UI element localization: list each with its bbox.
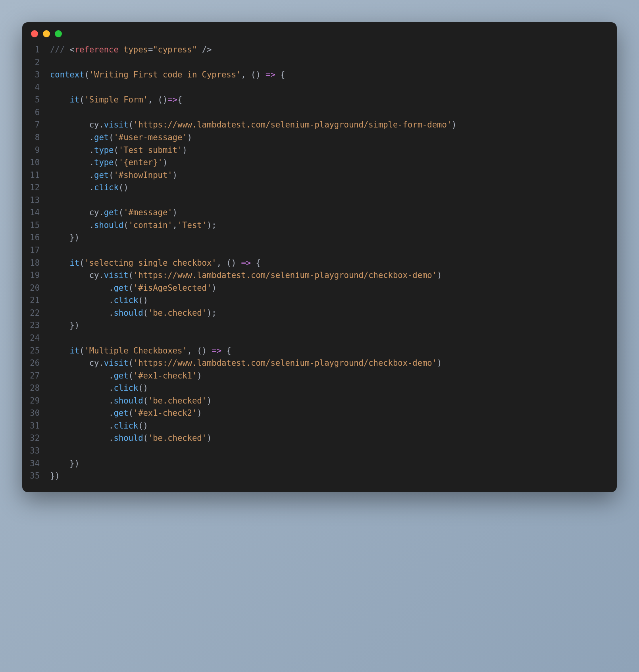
line-number: 30 [22,407,50,420]
code-line[interactable]: 11 .get('#showInput') [22,169,617,182]
code-content[interactable] [50,244,617,257]
line-number: 14 [22,207,50,219]
code-content[interactable]: .click() [50,182,617,194]
code-content[interactable]: .should('be.checked') [50,395,617,407]
code-line[interactable]: 9 .type('Test submit') [22,144,617,157]
code-line[interactable]: 27 .get('#ex1-check1') [22,370,617,382]
code-content[interactable]: .click() [50,420,617,433]
line-number: 20 [22,282,50,295]
code-editor[interactable]: 1/// <reference types="cypress" />2 3con… [22,41,617,492]
code-content[interactable]: .should('be.checked'); [50,307,617,320]
code-line[interactable]: 1/// <reference types="cypress" /> [22,44,617,56]
code-content[interactable] [50,445,617,458]
line-number: 24 [22,332,50,345]
code-content[interactable] [50,56,617,69]
code-line[interactable]: 14 cy.get('#message') [22,207,617,219]
code-content[interactable]: }) [50,470,617,483]
line-number: 11 [22,169,50,182]
code-line[interactable]: 18 it('selecting single checkbox', () =>… [22,257,617,270]
line-number: 8 [22,131,50,144]
code-content[interactable]: .should('be.checked') [50,432,617,445]
line-number: 25 [22,345,50,357]
line-number: 12 [22,182,50,194]
code-content[interactable]: .get('#isAgeSelected') [50,282,617,295]
line-number: 23 [22,319,50,332]
code-line[interactable]: 31 .click() [22,420,617,433]
code-line[interactable]: 35}) [22,470,617,483]
code-line[interactable]: 32 .should('be.checked') [22,432,617,445]
line-number: 9 [22,144,50,157]
code-line[interactable]: 5 it('Simple Form', ()=>{ [22,94,617,106]
line-number: 35 [22,470,50,483]
code-line[interactable]: 3context('Writing First code in Cypress'… [22,69,617,81]
code-window: 1/// <reference types="cypress" />2 3con… [22,22,617,492]
code-content[interactable]: .type('Test submit') [50,144,617,157]
code-line[interactable]: 24 [22,332,617,345]
code-content[interactable]: .type('{enter}') [50,156,617,169]
code-line[interactable]: 4 [22,81,617,94]
code-line[interactable]: 34 }) [22,458,617,470]
code-line[interactable]: 28 .click() [22,382,617,395]
line-number: 29 [22,395,50,407]
code-line[interactable]: 25 it('Multiple Checkboxes', () => { [22,345,617,357]
code-content[interactable]: it('Multiple Checkboxes', () => { [50,345,617,357]
code-content[interactable] [50,106,617,119]
code-content[interactable]: cy.get('#message') [50,207,617,219]
line-number: 5 [22,94,50,106]
code-line[interactable]: 17 [22,244,617,257]
code-content[interactable]: context('Writing First code in Cypress',… [50,69,617,81]
line-number: 1 [22,44,50,56]
code-line[interactable]: 23 }) [22,319,617,332]
code-content[interactable]: .get('#ex1-check2') [50,407,617,420]
code-content[interactable] [50,194,617,207]
line-number: 32 [22,432,50,445]
code-line[interactable]: 6 [22,106,617,119]
code-line[interactable]: 21 .click() [22,294,617,307]
close-icon[interactable] [31,30,38,37]
code-content[interactable]: cy.visit('https://www.lambdatest.com/sel… [50,269,617,282]
code-line[interactable]: 7 cy.visit('https://www.lambdatest.com/s… [22,119,617,131]
code-line[interactable]: 22 .should('be.checked'); [22,307,617,320]
code-line[interactable]: 12 .click() [22,182,617,194]
code-line[interactable]: 30 .get('#ex1-check2') [22,407,617,420]
code-content[interactable]: .click() [50,382,617,395]
code-content[interactable]: /// <reference types="cypress" /> [50,44,617,56]
line-number: 10 [22,156,50,169]
code-content[interactable]: }) [50,232,617,244]
line-number: 22 [22,307,50,320]
line-number: 4 [22,81,50,94]
code-line[interactable]: 10 .type('{enter}') [22,156,617,169]
code-content[interactable]: cy.visit('https://www.lambdatest.com/sel… [50,119,617,131]
minimize-icon[interactable] [43,30,50,37]
code-line[interactable]: 29 .should('be.checked') [22,395,617,407]
line-number: 18 [22,257,50,270]
titlebar [22,22,617,41]
code-content[interactable]: .should('contain','Test'); [50,219,617,232]
line-number: 34 [22,458,50,470]
zoom-icon[interactable] [55,30,62,37]
code-line[interactable]: 19 cy.visit('https://www.lambdatest.com/… [22,269,617,282]
code-content[interactable]: cy.visit('https://www.lambdatest.com/sel… [50,357,617,370]
line-number: 16 [22,232,50,244]
line-number: 27 [22,370,50,382]
code-line[interactable]: 16 }) [22,232,617,244]
code-line[interactable]: 2 [22,56,617,69]
code-line[interactable]: 33 [22,445,617,458]
code-line[interactable]: 8 .get('#user-message') [22,131,617,144]
code-line[interactable]: 20 .get('#isAgeSelected') [22,282,617,295]
code-line[interactable]: 13 [22,194,617,207]
code-content[interactable]: .get('#user-message') [50,131,617,144]
code-content[interactable]: .click() [50,294,617,307]
code-line[interactable]: 15 .should('contain','Test'); [22,219,617,232]
code-content[interactable]: }) [50,319,617,332]
code-content[interactable]: }) [50,458,617,470]
code-line[interactable]: 26 cy.visit('https://www.lambdatest.com/… [22,357,617,370]
code-content[interactable] [50,332,617,345]
code-content[interactable]: it('selecting single checkbox', () => { [50,257,617,270]
line-number: 15 [22,219,50,232]
code-content[interactable]: .get('#showInput') [50,169,617,182]
code-content[interactable]: .get('#ex1-check1') [50,370,617,382]
line-number: 21 [22,294,50,307]
code-content[interactable] [50,81,617,94]
code-content[interactable]: it('Simple Form', ()=>{ [50,94,617,106]
